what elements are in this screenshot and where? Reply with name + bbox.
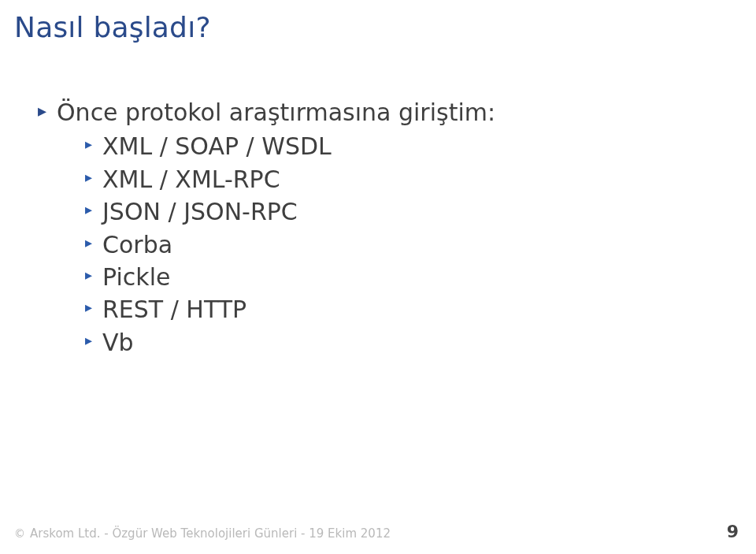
slide-content: Önce protokol araştırmasına giriştim: XM…: [38, 96, 495, 359]
footer-text: Arskom Ltd. - Özgür Web Teknolojileri Gü…: [30, 526, 727, 541]
sub-bullet: XML / SOAP / WSDL: [85, 130, 495, 162]
outer-list: Önce protokol araştırmasına giriştim: XM…: [38, 96, 495, 359]
main-bullet-text: Önce protokol araştırmasına giriştim:: [57, 99, 495, 126]
inner-list: XML / SOAP / WSDL XML / XML-RPC JSON / J…: [85, 130, 495, 359]
sub-bullet-text: JSON / JSON-RPC: [102, 198, 298, 225]
slide-footer: © Arskom Ltd. - Özgür Web Teknolojileri …: [0, 522, 756, 541]
sub-bullet-text: XML / XML-RPC: [102, 165, 280, 193]
sub-bullet: JSON / JSON-RPC: [85, 195, 495, 228]
sub-bullet-text: REST / HTTP: [102, 296, 246, 323]
sub-bullet: XML / XML-RPC: [85, 163, 495, 195]
sub-bullet: REST / HTTP: [85, 293, 495, 325]
slide: Nasıl başladı? Önce protokol araştırması…: [0, 0, 756, 554]
sub-bullet: Pickle: [85, 261, 495, 293]
sub-bullet-text: Vb: [102, 329, 134, 356]
sub-bullet: Corba: [85, 229, 495, 261]
sub-bullet: Vb: [85, 326, 495, 359]
sub-bullet-text: Corba: [102, 231, 172, 258]
page-number: 9: [727, 522, 739, 541]
sub-bullet-text: Pickle: [102, 263, 170, 291]
copyright-symbol: ©: [14, 527, 25, 540]
sub-bullet-text: XML / SOAP / WSDL: [102, 132, 332, 160]
main-bullet: Önce protokol araştırmasına giriştim: XM…: [38, 96, 495, 359]
slide-title: Nasıl başladı?: [14, 11, 211, 43]
